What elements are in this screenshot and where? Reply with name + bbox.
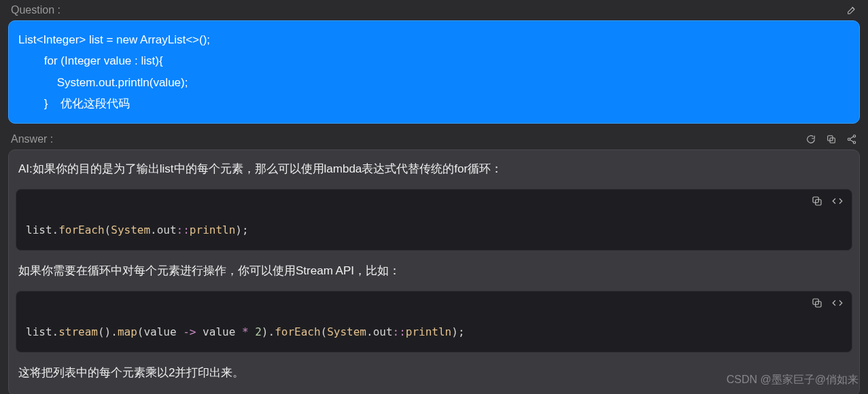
question-body: List<Integer> list = new ArrayList<>(); … — [8, 20, 860, 124]
answer-body: AI:如果你的目的是为了输出list中的每个元素，那么可以使用lambda表达式… — [8, 149, 860, 394]
code-body-2[interactable]: list.stream().map(value -> value * 2).fo… — [16, 312, 852, 352]
insert-code-icon[interactable] — [831, 297, 844, 309]
copy-icon[interactable] — [826, 134, 837, 145]
answer-label: Answer : — [11, 133, 53, 145]
edit-icon[interactable] — [846, 5, 857, 16]
question-header: Question : — [0, 0, 868, 19]
copy-code-icon[interactable] — [811, 297, 823, 309]
code-block-1: list.forEach(System.out::println); — [16, 189, 852, 251]
refresh-icon[interactable] — [805, 134, 816, 145]
answer-mid: 如果你需要在循环中对每个元素进行操作，你可以使用Stream API，比如： — [9, 255, 859, 287]
answer-intro: AI:如果你的目的是为了输出list中的每个元素，那么可以使用lambda表达式… — [9, 153, 859, 185]
code-block-2: list.stream().map(value -> value * 2).fo… — [16, 291, 852, 353]
insert-code-icon[interactable] — [831, 195, 844, 207]
answer-outro: 这将把列表中的每个元素乘以2并打印出来。 — [9, 357, 859, 389]
question-label: Question : — [11, 4, 60, 16]
answer-header: Answer : — [0, 129, 868, 148]
copy-code-icon[interactable] — [811, 195, 823, 207]
share-icon[interactable] — [846, 134, 857, 145]
code-body-1[interactable]: list.forEach(System.out::println); — [16, 210, 852, 250]
